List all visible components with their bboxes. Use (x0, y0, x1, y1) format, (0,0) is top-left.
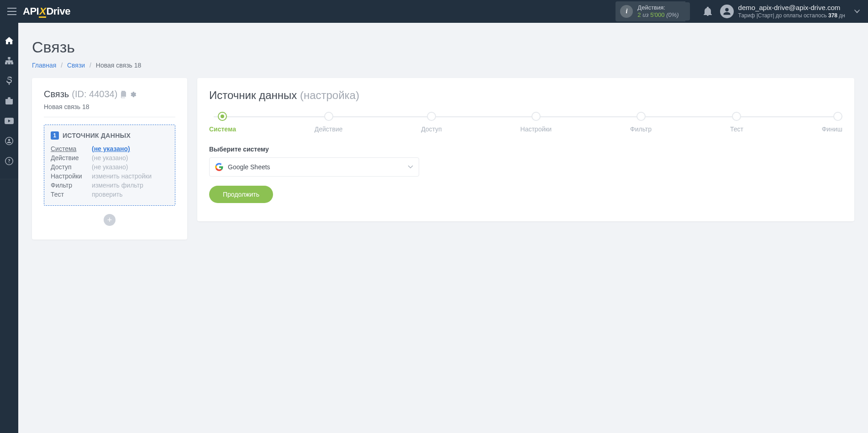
step-finish[interactable]: Финиш (822, 112, 842, 133)
stepper: Система Действие Доступ Настройки (209, 112, 842, 133)
user-email: demo_apix-drive@apix-drive.com (738, 4, 845, 12)
breadcrumb-sep: / (58, 62, 65, 69)
source-row-action[interactable]: Действие (не указано) (51, 153, 168, 162)
connection-label: Связь (44, 89, 69, 99)
sidebar-profile[interactable] (0, 135, 18, 147)
chevron-down-icon[interactable] (851, 10, 863, 13)
copy-icon[interactable] (120, 91, 126, 98)
source-row-settings[interactable]: Настройки изменить настройки (51, 172, 168, 181)
source-row-test[interactable]: Тест проверить (51, 190, 168, 199)
bell-icon[interactable] (695, 7, 720, 16)
source-setup-title: Источник данных (настройка) (209, 89, 842, 102)
step-dot (637, 112, 646, 121)
user-tariff: Тариф |Старт| до оплаты осталось 378 дн (738, 12, 845, 19)
sidebar-video[interactable] (0, 115, 18, 127)
source-row-filter[interactable]: Фильтр изменить фильтр (51, 181, 168, 190)
user-menu[interactable]: demo_apix-drive@apix-drive.com Тариф |Ст… (720, 4, 851, 19)
google-sheets-icon (215, 163, 223, 171)
system-field-label: Выберите систему (209, 146, 842, 153)
source-badge: 1 (51, 131, 59, 140)
user-text: demo_apix-drive@apix-drive.com Тариф |Ст… (738, 4, 845, 19)
step-dot (833, 112, 842, 121)
avatar-icon (720, 5, 734, 18)
add-destination-button[interactable]: + (104, 214, 116, 226)
step-access[interactable]: Доступ (421, 112, 442, 133)
sidebar-services[interactable] (0, 95, 18, 107)
step-dot (427, 112, 436, 121)
step-dot (218, 112, 227, 121)
breadcrumb-current: Новая связь 18 (96, 62, 141, 69)
info-icon: i (620, 5, 633, 18)
menu-toggle-icon[interactable] (5, 5, 19, 18)
system-select[interactable]: Google Sheets (209, 157, 419, 177)
breadcrumb-sep: / (87, 62, 94, 69)
step-dot (732, 112, 741, 121)
data-source-box: 1 ИСТОЧНИК ДАННЫХ Система (не указано) Д… (44, 125, 175, 206)
step-system[interactable]: Система (209, 112, 236, 133)
source-setup-card: Источник данных (настройка) Система Дейс… (197, 78, 854, 221)
actions-bar-filler (685, 2, 690, 21)
breadcrumb-links[interactable]: Связи (67, 62, 85, 69)
sidebar-help[interactable] (0, 155, 18, 167)
step-test[interactable]: Тест (730, 112, 743, 133)
connection-card: Связь (ID: 44034) Новая связь 18 (32, 78, 187, 240)
sidebar-connections[interactable] (0, 55, 18, 67)
chevron-down-icon (408, 165, 413, 169)
breadcrumb: Главная / Связи / Новая связь 18 (32, 62, 854, 69)
actions-numbers: 2 из 5'000 (0%) (637, 11, 679, 19)
page-title: Связь (32, 38, 854, 56)
actions-label: Действия: (637, 4, 679, 11)
actions-counter[interactable]: i Действия: 2 из 5'000 (0%) (615, 1, 685, 21)
connection-id: (ID: 44034) (72, 89, 117, 99)
system-select-value: Google Sheets (228, 163, 403, 171)
continue-button[interactable]: Продолжить (209, 186, 273, 203)
breadcrumb-home[interactable]: Главная (32, 62, 56, 69)
sidebar-billing[interactable] (0, 75, 18, 87)
sidebar (0, 23, 18, 433)
content: Связь Главная / Связи / Новая связь 18 С… (18, 23, 868, 433)
connection-name: Новая связь 18 (44, 103, 175, 117)
sidebar-divider (0, 179, 18, 179)
logo[interactable]: APIXDrive (23, 5, 70, 17)
step-dot (324, 112, 333, 121)
sidebar-home[interactable] (0, 35, 18, 47)
topbar: APIXDrive i Действия: 2 из 5'000 (0%) de… (0, 0, 868, 23)
step-action[interactable]: Действие (315, 112, 343, 133)
source-row-access[interactable]: Доступ (не указано) (51, 162, 168, 172)
gear-icon[interactable] (129, 91, 137, 98)
source-title: ИСТОЧНИК ДАННЫХ (63, 132, 131, 139)
step-filter[interactable]: Фильтр (630, 112, 652, 133)
step-dot (531, 112, 541, 121)
step-settings[interactable]: Настройки (521, 112, 552, 133)
source-row-system[interactable]: Система (не указано) (51, 144, 168, 153)
